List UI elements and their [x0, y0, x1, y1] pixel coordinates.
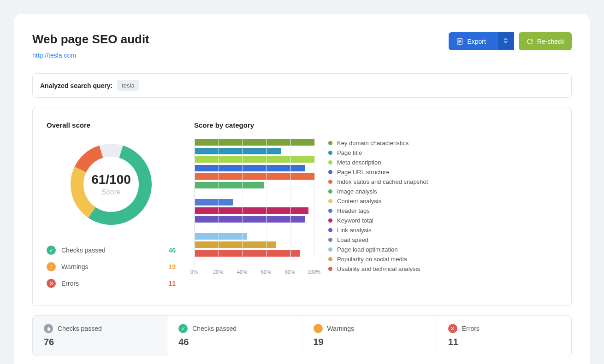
legend-item: Page title — [328, 148, 428, 158]
legend-item: Keyword total — [328, 216, 428, 225]
axis-tick: 0% — [190, 269, 198, 275]
bar-row — [195, 147, 314, 156]
legend-item: Key domain characteristics — [328, 138, 428, 148]
recheck-button[interactable]: Re-check — [519, 32, 572, 50]
legend-dot-icon — [328, 151, 332, 155]
stat-label: Warnings — [61, 263, 163, 270]
legend-dot-icon — [328, 141, 332, 145]
legend-label: Image analysis — [337, 188, 377, 195]
legend-item: Popularity on social media — [328, 254, 428, 264]
legend-item: Header tags — [328, 206, 428, 216]
bar-row — [195, 138, 314, 147]
recheck-label: Re-check — [537, 38, 564, 45]
stat-value: 11 — [168, 280, 176, 287]
legend-item: Load speed — [328, 235, 428, 245]
overview-panel: Overall score 61/100 Score ✓Checks passe… — [32, 107, 572, 306]
legend-label: Usability and technical analysis — [337, 265, 420, 272]
bar-row — [195, 249, 314, 258]
legend-dot-icon — [328, 267, 332, 271]
legend-label: Header tags — [337, 207, 370, 214]
bar — [195, 250, 300, 257]
summary-cell[interactable]: Checks passed76 — [33, 316, 167, 356]
legend-item: Content analysis — [328, 196, 428, 206]
summary-cell[interactable]: ✓Checks passed46 — [167, 316, 302, 356]
legend-label: Popularity on social media — [337, 256, 407, 263]
export-button[interactable]: Export — [449, 32, 514, 50]
bar-row — [195, 206, 314, 215]
bar-row — [195, 189, 314, 198]
bar — [195, 233, 247, 240]
overall-stat-row: ✓Checks passed46 — [47, 242, 176, 258]
legend-label: Page URL structure — [337, 169, 390, 176]
x-axis: 0%20%40%60%80%100% — [194, 269, 314, 276]
bar-row — [195, 164, 314, 173]
bar-row — [195, 198, 314, 207]
bycat-heading: Score by category — [194, 121, 557, 129]
summary-value: 76 — [44, 337, 156, 347]
overall-score-block: Overall score 61/100 Score ✓Checks passe… — [47, 121, 176, 292]
legend-item: Usability and technical analysis — [328, 264, 428, 274]
legend-item: Meta description — [328, 158, 428, 167]
legend-dot-icon — [328, 238, 332, 242]
overall-stat-row: !Warnings19 — [47, 258, 176, 275]
summary-value: 46 — [178, 337, 290, 347]
stat-value: 19 — [168, 263, 176, 270]
export-label: Export — [467, 38, 486, 45]
header: Web page SEO audit http://tesla.com Expo… — [32, 32, 572, 59]
legend-label: Page title — [337, 149, 362, 156]
legend-label: Meta description — [337, 159, 381, 166]
legend-item: Index status and cached snapshot — [328, 177, 428, 187]
bar — [195, 207, 308, 214]
legend-dot-icon — [328, 257, 332, 261]
axis-tick: 20% — [213, 269, 223, 275]
score-value: 61/100 — [91, 172, 131, 187]
check-icon: ✓ — [47, 246, 56, 255]
search-query-row: Analyzed search query: tesla — [32, 73, 572, 98]
err-icon: ✕ — [448, 324, 457, 333]
legend-dot-icon — [328, 199, 332, 203]
stat-label: Checks passed — [61, 247, 163, 254]
axis-tick: 80% — [285, 269, 295, 275]
legend-dot-icon — [328, 228, 332, 232]
title-block: Web page SEO audit http://tesla.com — [32, 32, 149, 59]
pdf-icon — [456, 38, 463, 45]
bar-row — [195, 172, 314, 181]
axis-tick: 100% — [308, 269, 320, 275]
summary-row: Checks passed76✓Checks passed46!Warnings… — [32, 315, 572, 356]
legend-label: Page load optimization — [337, 246, 398, 253]
legend-dot-icon — [328, 247, 332, 252]
audit-card: Web page SEO audit http://tesla.com Expo… — [14, 14, 590, 364]
warn-icon: ! — [314, 324, 323, 333]
warn-icon: ! — [47, 262, 56, 271]
bar-row — [195, 241, 314, 249]
category-legend: Key domain characteristicsPage titleMeta… — [328, 138, 428, 276]
stat-label: Errors — [61, 280, 163, 287]
summary-label: Checks passed — [58, 325, 102, 332]
bar-row — [195, 181, 314, 190]
bar — [195, 241, 276, 248]
search-query-label: Analyzed search query: — [40, 82, 113, 89]
bar-row — [195, 155, 314, 164]
summary-cell[interactable]: !Warnings19 — [302, 316, 437, 356]
overall-stat-row: ✕Errors11 — [47, 275, 176, 292]
chevron-updown-icon — [502, 37, 509, 44]
overall-heading: Overall score — [47, 121, 176, 129]
legend-dot-icon — [328, 209, 332, 213]
legend-item: Page URL structure — [328, 167, 428, 177]
page-title: Web page SEO audit — [32, 32, 149, 47]
axis-tick: 40% — [237, 269, 247, 275]
stat-value: 46 — [168, 247, 176, 254]
legend-label: Link analysis — [337, 227, 371, 234]
audited-url[interactable]: http://tesla.com — [32, 52, 76, 59]
summary-cell[interactable]: ✕Errors11 — [437, 316, 571, 356]
export-caret[interactable] — [497, 32, 514, 50]
legend-label: Index status and cached snapshot — [337, 178, 428, 185]
donut-chart: 61/100 Score — [65, 138, 157, 230]
bar — [195, 139, 314, 146]
legend-item: Link analysis — [328, 225, 428, 235]
bar — [195, 148, 281, 154]
bar — [195, 165, 305, 171]
category-bars — [194, 138, 314, 267]
score-by-category-block: Score by category 0%20%40%60%80%100% Key… — [194, 121, 557, 292]
legend-item: Image analysis — [328, 187, 428, 196]
